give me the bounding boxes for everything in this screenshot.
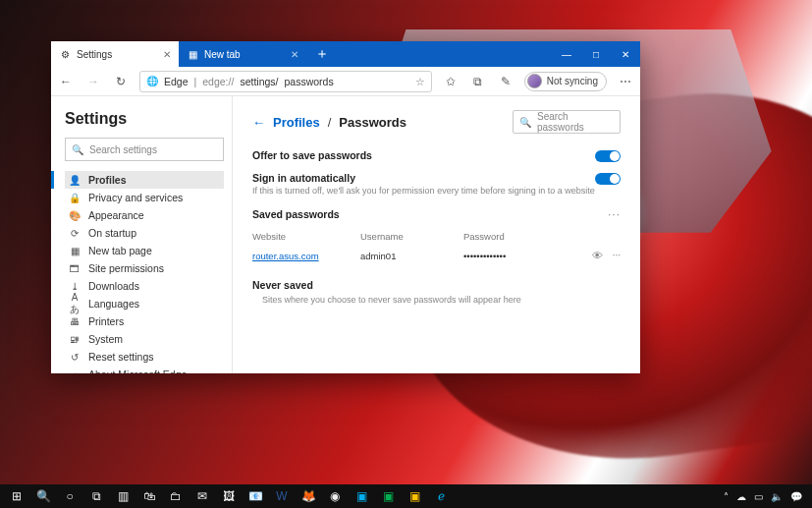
- newtab-button[interactable]: ＋: [312, 45, 332, 63]
- nav-label: About Microsoft Edge: [88, 368, 187, 373]
- sidebar-item-site-permissions[interactable]: 🗔Site permissions: [65, 259, 224, 277]
- favorite-icon[interactable]: ☆: [415, 76, 425, 87]
- sidebar-item-profiles[interactable]: 👤Profiles: [65, 171, 224, 189]
- chrome-icon[interactable]: ◉: [322, 484, 348, 508]
- section-title: Saved passwords: [252, 208, 340, 220]
- start-button[interactable]: ⊞: [4, 484, 29, 508]
- page-icon: ▦: [187, 48, 198, 60]
- settings-nav: 👤Profiles🔒Privacy and services🎨Appearanc…: [65, 171, 224, 373]
- edge-icon[interactable]: ℯ: [428, 484, 454, 508]
- cortana-icon[interactable]: ○: [57, 484, 82, 508]
- saved-site-link[interactable]: router.asus.com: [252, 251, 319, 261]
- option-label: Offer to save passwords: [252, 149, 372, 161]
- profile-pill[interactable]: Not syncing: [524, 72, 607, 91]
- nav-icon: 🎨: [69, 210, 81, 221]
- nav-label: Privacy and services: [88, 192, 183, 203]
- more-icon[interactable]: ⋯: [617, 75, 634, 88]
- never-saved-desc: Sites where you choose to never save pas…: [252, 295, 621, 305]
- sidebar-item-reset-settings[interactable]: ↺Reset settings: [65, 348, 224, 366]
- sidebar-item-appearance[interactable]: 🎨Appearance: [65, 206, 224, 224]
- row-more-icon[interactable]: ···: [613, 250, 621, 261]
- window-controls: — □ ✕: [552, 41, 640, 67]
- tray-up-icon[interactable]: ˄: [724, 491, 729, 502]
- tab-settings[interactable]: ⚙ Settings ✕: [51, 41, 179, 67]
- maximize-button[interactable]: □: [581, 41, 611, 67]
- breadcrumb-parent[interactable]: Profiles: [273, 115, 320, 130]
- minimize-button[interactable]: —: [552, 41, 581, 67]
- nav-icon: 🗔: [69, 263, 81, 274]
- nav-icon: ⟳: [69, 228, 81, 239]
- outlook-icon[interactable]: 📧: [243, 484, 268, 508]
- onedrive-icon[interactable]: ☁: [736, 491, 746, 502]
- taskbar[interactable]: ⊞ 🔍 ○ ⧉ ▥ 🛍 🗀 ✉ 🖼 📧 W 🦊 ◉ ▣ ▣ ▣ ℯ ˄ ☁ ▭ …: [0, 484, 812, 508]
- search-settings-input[interactable]: 🔍 Search settings: [65, 138, 224, 161]
- search-passwords-placeholder: Search passwords: [537, 111, 614, 133]
- main-panel: ← Profiles / Passwords 🔍 Search password…: [233, 96, 640, 373]
- back-button[interactable]: ←: [57, 75, 75, 88]
- network-icon[interactable]: ▭: [754, 491, 763, 502]
- nav-label: Site permissions: [88, 262, 164, 274]
- app-icon[interactable]: ▣: [349, 484, 374, 508]
- refresh-button[interactable]: ↻: [112, 75, 130, 88]
- app-icon[interactable]: ▣: [375, 484, 401, 508]
- search-passwords-input[interactable]: 🔍 Search passwords: [513, 110, 621, 134]
- close-icon[interactable]: ✕: [291, 49, 298, 60]
- search-settings-placeholder: Search settings: [89, 144, 157, 155]
- avatar: [527, 74, 542, 88]
- close-icon[interactable]: ✕: [163, 49, 171, 60]
- system-tray[interactable]: ˄ ☁ ▭ 🔈 💬: [724, 491, 808, 502]
- nav-label: Printers: [88, 315, 124, 327]
- forward-button[interactable]: →: [84, 75, 102, 88]
- favorites-icon[interactable]: ✩: [442, 75, 460, 88]
- breadcrumb: ← Profiles / Passwords 🔍 Search password…: [252, 110, 621, 134]
- table-row: router.asus.com admin01 ••••••••••••• 👁 …: [252, 246, 621, 265]
- section-more-icon[interactable]: ···: [608, 207, 621, 221]
- mail-icon[interactable]: ✉: [189, 484, 215, 508]
- search-icon[interactable]: 🔍: [30, 484, 56, 508]
- option-label: Sign in automatically: [252, 172, 595, 184]
- address-bar[interactable]: 🌐 Edge | edge://settings/passwords ☆: [139, 71, 432, 92]
- saved-username: admin01: [360, 251, 463, 261]
- tab-newtab[interactable]: ▦ New tab ✕: [179, 41, 306, 67]
- edge-window: ⚙ Settings ✕ ▦ New tab ✕ ＋ — □ ✕ ← → ↻ 🌐…: [51, 41, 640, 373]
- reveal-password-icon[interactable]: 👁: [592, 250, 603, 261]
- app-icon[interactable]: ▥: [110, 484, 135, 508]
- sidebar-item-printers[interactable]: 🖶Printers: [65, 312, 224, 330]
- store-icon[interactable]: 🛍: [136, 484, 162, 508]
- tabstrip: ⚙ Settings ✕ ▦ New tab ✕ ＋: [51, 41, 552, 67]
- collections-icon[interactable]: ⧉: [469, 75, 487, 88]
- nav-icon: 🖶: [69, 316, 81, 327]
- nav-label: System: [88, 333, 123, 345]
- app-icon[interactable]: ▣: [402, 484, 427, 508]
- toggle-signin-auto[interactable]: [595, 173, 621, 185]
- address-tail: passwords: [285, 76, 334, 87]
- toggle-offer-save[interactable]: [595, 150, 621, 162]
- sidebar-item-system[interactable]: 🖳System: [65, 330, 224, 348]
- ink-icon[interactable]: ✎: [497, 75, 514, 88]
- never-saved-title: Never saved: [252, 279, 621, 291]
- nav-icon: ⤓: [69, 281, 81, 292]
- sidebar-item-about-microsoft-edge[interactable]: ℯAbout Microsoft Edge: [65, 366, 224, 373]
- table-header: Website Username Password: [252, 227, 621, 246]
- photos-icon[interactable]: 🖼: [216, 484, 242, 508]
- site-identity-icon: 🌐: [146, 76, 158, 86]
- taskview-icon[interactable]: ⧉: [83, 484, 109, 508]
- search-icon: 🔍: [519, 117, 531, 128]
- col-username: Username: [360, 231, 463, 242]
- address-host: Edge: [164, 76, 189, 87]
- sidebar-item-downloads[interactable]: ⤓Downloads: [65, 277, 224, 295]
- firefox-icon[interactable]: 🦊: [296, 484, 321, 508]
- option-offer-save: Offer to save passwords: [252, 149, 621, 162]
- sidebar-item-languages[interactable]: AあLanguages: [65, 295, 224, 312]
- sidebar-item-on-startup[interactable]: ⟳On startup: [65, 224, 224, 242]
- sidebar-item-new-tab-page[interactable]: ▦New tab page: [65, 242, 224, 259]
- close-button[interactable]: ✕: [611, 41, 640, 67]
- word-icon[interactable]: W: [269, 484, 295, 508]
- breadcrumb-back-icon[interactable]: ←: [252, 115, 265, 130]
- explorer-icon[interactable]: 🗀: [163, 484, 189, 508]
- action-center-icon[interactable]: 💬: [790, 491, 802, 502]
- sidebar-item-privacy-and-services[interactable]: 🔒Privacy and services: [65, 189, 224, 206]
- col-website: Website: [252, 231, 360, 242]
- nav-icon: 🖳: [69, 334, 81, 345]
- volume-icon[interactable]: 🔈: [771, 491, 783, 502]
